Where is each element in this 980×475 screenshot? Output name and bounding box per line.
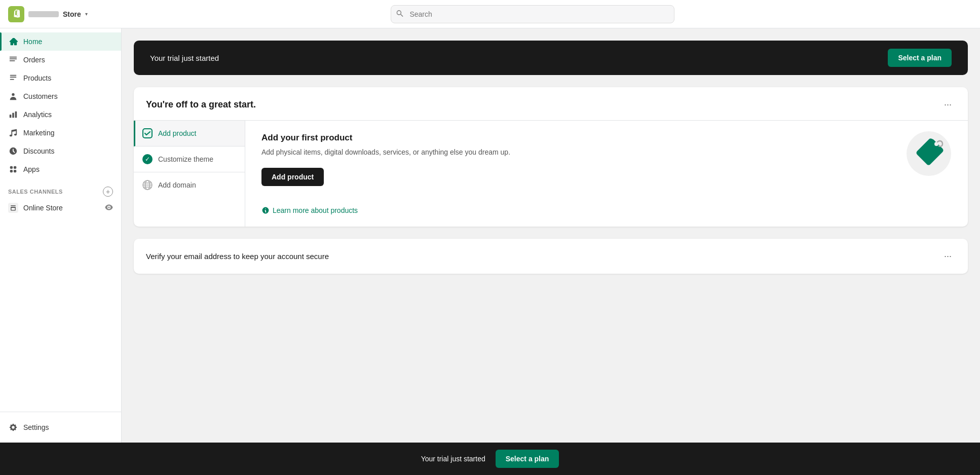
marketing-icon bbox=[8, 128, 18, 138]
step-customize-theme-label: Customize theme bbox=[158, 155, 213, 163]
setup-card-body: Add product ✓ Customize theme bbox=[134, 120, 968, 227]
add-sales-channel-button[interactable]: + bbox=[103, 187, 113, 197]
trial-banner: Your trial just started Select a plan bbox=[134, 41, 968, 75]
sidebar-item-discounts-label: Discounts bbox=[23, 147, 54, 155]
verify-email-card: Verify your email address to keep your a… bbox=[134, 239, 968, 274]
product-tag-illustration bbox=[906, 131, 952, 176]
sales-channels-section: SALES CHANNELS + bbox=[0, 178, 121, 199]
search-bar-container bbox=[391, 5, 674, 23]
sidebar-item-analytics[interactable]: Analytics bbox=[0, 105, 121, 124]
sidebar-item-apps[interactable]: Apps bbox=[0, 160, 121, 178]
online-store-preview-button[interactable] bbox=[105, 203, 113, 213]
step-done-check-icon: ✓ bbox=[142, 154, 153, 164]
sidebar-item-customers-label: Customers bbox=[23, 92, 58, 100]
discounts-icon bbox=[8, 146, 18, 156]
top-header: Store ▾ bbox=[0, 0, 980, 28]
learn-more-text: Learn more about products bbox=[273, 206, 358, 214]
select-plan-button[interactable]: Select a plan bbox=[888, 49, 952, 67]
sidebar-item-discounts[interactable]: Discounts bbox=[0, 142, 121, 160]
home-icon bbox=[8, 36, 18, 47]
setup-card-title: You're off to a great start. bbox=[146, 99, 256, 110]
orders-icon bbox=[8, 55, 18, 65]
setup-card: You're off to a great start. ··· bbox=[134, 87, 968, 227]
verify-card-header: Verify your email address to keep your a… bbox=[134, 239, 968, 274]
main-layout: Home Orders Products Cu bbox=[0, 28, 980, 443]
step-item-add-product[interactable]: Add product bbox=[134, 121, 245, 147]
store-name-blurred bbox=[28, 11, 59, 17]
step-globe-icon bbox=[142, 179, 153, 191]
learn-more-link[interactable]: Learn more about products bbox=[261, 206, 952, 214]
add-product-button[interactable]: Add product bbox=[261, 168, 324, 186]
store-name-area: Store bbox=[28, 10, 81, 18]
customers-icon bbox=[8, 91, 18, 101]
verify-card-title: Verify your email address to keep your a… bbox=[146, 252, 329, 261]
online-store-label: Online Store bbox=[23, 204, 63, 212]
sidebar-item-settings[interactable]: Settings bbox=[0, 418, 121, 436]
shopify-logo-icon bbox=[8, 6, 24, 22]
sidebar-item-marketing[interactable]: Marketing bbox=[0, 124, 121, 142]
store-logo[interactable]: Store ▾ bbox=[8, 6, 88, 22]
step-active-check-icon bbox=[142, 128, 153, 139]
step-content-area: Add your first product Add physical item… bbox=[245, 121, 968, 227]
search-input[interactable] bbox=[391, 5, 674, 23]
store-dropdown-icon[interactable]: ▾ bbox=[85, 11, 88, 17]
sticky-select-plan-button[interactable]: Select a plan bbox=[496, 450, 559, 468]
sidebar-item-settings-label: Settings bbox=[23, 423, 49, 431]
sidebar-item-orders[interactable]: Orders bbox=[0, 51, 121, 69]
step-item-add-domain[interactable]: Add domain bbox=[134, 172, 245, 198]
trial-banner-text: Your trial just started bbox=[150, 54, 219, 62]
step-content-desc: Add physical items, digital downloads, s… bbox=[261, 147, 952, 158]
svg-rect-0 bbox=[8, 6, 24, 22]
step-item-customize-theme[interactable]: ✓ Customize theme bbox=[134, 147, 245, 172]
settings-icon bbox=[8, 422, 18, 432]
sidebar-item-online-store[interactable]: Online Store bbox=[0, 199, 121, 217]
info-icon bbox=[261, 206, 270, 214]
sidebar-item-products[interactable]: Products bbox=[0, 69, 121, 87]
main-content: Your trial just started Select a plan Yo… bbox=[122, 28, 980, 443]
setup-steps-list: Add product ✓ Customize theme bbox=[134, 121, 245, 227]
step-empty-icon bbox=[142, 179, 153, 191]
sidebar: Home Orders Products Cu bbox=[0, 28, 122, 443]
setup-card-header: You're off to a great start. ··· bbox=[134, 87, 968, 120]
step-add-domain-label: Add domain bbox=[158, 181, 196, 189]
verify-card-more-options-button[interactable]: ··· bbox=[940, 249, 956, 264]
sidebar-item-products-label: Products bbox=[23, 74, 51, 82]
step-content-title: Add your first product bbox=[261, 133, 952, 143]
svg-point-8 bbox=[934, 142, 938, 146]
products-icon bbox=[8, 73, 18, 83]
sticky-bottom-text: Your trial just started bbox=[421, 455, 485, 463]
sidebar-item-orders-label: Orders bbox=[23, 56, 45, 64]
sidebar-item-home-label: Home bbox=[23, 38, 42, 46]
step-illustration bbox=[906, 131, 952, 176]
setup-card-more-options-button[interactable]: ··· bbox=[940, 97, 956, 112]
apps-icon bbox=[8, 164, 18, 174]
store-label: Store bbox=[63, 10, 81, 18]
sidebar-footer: Settings bbox=[0, 412, 121, 443]
online-store-icon bbox=[8, 203, 18, 213]
step-add-product-label: Add product bbox=[158, 129, 197, 137]
step-active-icon bbox=[142, 128, 153, 139]
sidebar-item-customers[interactable]: Customers bbox=[0, 87, 121, 105]
sticky-bottom-bar: Your trial just started Select a plan bbox=[0, 443, 980, 475]
sidebar-item-home[interactable]: Home bbox=[0, 32, 121, 51]
sidebar-item-apps-label: Apps bbox=[23, 165, 40, 173]
search-icon bbox=[396, 9, 404, 19]
step-done-icon: ✓ bbox=[142, 154, 153, 165]
sidebar-item-analytics-label: Analytics bbox=[23, 111, 52, 119]
sidebar-item-marketing-label: Marketing bbox=[23, 129, 54, 137]
analytics-icon bbox=[8, 109, 18, 120]
sidebar-nav: Home Orders Products Cu bbox=[0, 28, 121, 412]
